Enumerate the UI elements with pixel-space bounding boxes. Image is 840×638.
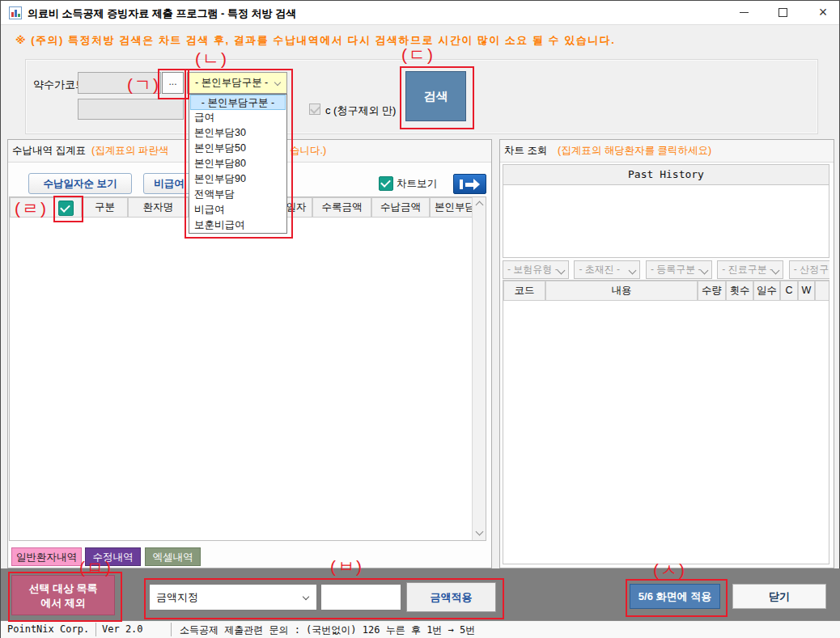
browse-button[interactable]: ... — [162, 72, 184, 94]
combobox-value: - 본인부담구분 - — [195, 77, 268, 88]
chevron-down-icon — [772, 267, 780, 275]
check-icon — [380, 177, 391, 188]
select-all-checkbox[interactable] — [58, 201, 74, 216]
chevron-down-icon — [700, 267, 708, 275]
chart-view-label: 차트보기 — [397, 177, 437, 191]
chart-filter-row: - 보험유형 - - 초재진 - - 등록구분 - - 진료구분 - - 산정구… — [503, 260, 829, 279]
filter-select-visit[interactable]: - 초재진 - — [574, 260, 640, 279]
col-blank — [815, 281, 829, 301]
dropdown-option[interactable]: 비급여 — [189, 202, 286, 218]
app-icon — [9, 6, 22, 19]
exclude-from-list-button[interactable]: 선택 대상 목록 에서 제외 — [11, 575, 115, 615]
tab-modified[interactable]: 수정내역 — [85, 547, 141, 566]
window-title: 의료비 소득공제 증빙자료 제출 프로그램 - 특정 처방 검색 — [28, 6, 296, 21]
bar-icon — [460, 180, 463, 189]
nonpay-button[interactable]: 비급여 — [143, 173, 195, 194]
status-help: 소득공제 제출관련 문의 : (국번없이) 126 누른 후 1번 → 5번 — [180, 623, 475, 637]
summary-table-body[interactable] — [10, 218, 472, 540]
close-dialog-button[interactable]: 닫기 — [732, 584, 826, 609]
vertical-scrollbar[interactable] — [472, 197, 486, 540]
status-version: Ver 2.0 — [102, 623, 143, 635]
burden-type-combobox[interactable]: - 본인부담구분 - — [187, 72, 287, 94]
dropdown-option-selected[interactable]: - 본인부담구분 - — [190, 95, 286, 110]
claim-exclude-label: c (청구제외 만) — [325, 104, 396, 118]
status-company: PointNix Corp. — [7, 623, 89, 635]
col-recorded-amount: 수록금액 — [312, 197, 371, 218]
close-button[interactable]: × — [804, 1, 840, 24]
chart-panel-title: 차트 조회 — [504, 144, 547, 158]
filter-select-insurance[interactable]: - 보험유형 - — [503, 260, 569, 279]
amount-type-select[interactable]: 금액지정 — [149, 584, 317, 611]
search-button[interactable]: 검색 — [405, 71, 466, 121]
chevron-down-icon — [274, 79, 281, 86]
col-days: 일수 — [753, 281, 780, 301]
col-code: 코드 — [503, 281, 545, 301]
col-c: C — [780, 281, 798, 301]
amount-apply-button[interactable]: 금액적용 — [406, 582, 496, 612]
filter-select-treatment[interactable]: - 진료구분 - — [717, 260, 783, 279]
title-bar: 의료비 소득공제 증빙자료 제출 프로그램 - 특정 처방 검색 × — [1, 1, 839, 25]
burden-type-dropdown-list: - 본인부담구분 - 급여 본인부담30 본인부담50 본인부담80 본인부담9… — [189, 94, 287, 234]
dropdown-option[interactable]: 급여 — [189, 110, 286, 125]
dropdown-option[interactable]: 전액부담 — [189, 187, 286, 202]
code-input-1[interactable] — [78, 72, 161, 94]
maximize-icon — [778, 8, 787, 17]
arrow-right-icon — [465, 183, 473, 187]
window: 의료비 소득공제 증빙자료 제출 프로그램 - 특정 처방 검색 × ※ (주의… — [0, 0, 840, 638]
close-icon: × — [819, 4, 828, 20]
prescription-table: 코드 내용 수량 횟수 일수 C W — [503, 280, 829, 564]
maximize-button[interactable] — [765, 1, 802, 24]
summary-table: 구분 환자명 일자 수록금액 수납금액 본인부담 — [9, 196, 486, 541]
dropdown-option[interactable]: 본인부담30 — [189, 125, 286, 141]
minimize-button[interactable] — [725, 1, 762, 24]
scroll-down-icon[interactable] — [476, 528, 484, 536]
chevron-down-icon — [558, 267, 566, 275]
dropdown-option[interactable]: 본인부담50 — [189, 141, 286, 156]
col-received-amount: 수납금액 — [371, 197, 430, 218]
chevron-down-icon — [303, 594, 309, 600]
summary-panel-subtitle-right: 습니다.) — [290, 144, 326, 158]
col-w: W — [798, 281, 815, 301]
code-input-2[interactable] — [78, 99, 184, 120]
minimize-icon — [740, 12, 749, 13]
amount-input[interactable] — [320, 584, 401, 611]
past-history-header: Past History — [503, 165, 829, 185]
arrow-head-icon — [473, 179, 480, 190]
past-history-body[interactable] — [503, 185, 829, 257]
chart-open-button[interactable] — [453, 174, 486, 194]
claim-exclude-checkbox[interactable] — [309, 104, 320, 115]
warning-text: ※ (주의) 특정처방 검색은 차트 검색 후, 결과를 수납내역에서 다시 검… — [15, 33, 615, 48]
summary-panel-title: 수납내역 집계표 — [12, 144, 86, 158]
chevron-down-icon — [629, 267, 637, 275]
summary-panel-subtitle-left: (집계표의 파란색 — [91, 144, 168, 158]
col-quantity: 수량 — [698, 281, 726, 301]
tab-general-patient[interactable]: 일반환자내역 — [11, 547, 82, 566]
status-divider — [171, 623, 172, 636]
dropdown-option[interactable]: 본인부담80 — [189, 156, 286, 171]
status-divider — [95, 623, 96, 636]
past-history-box: Past History — [503, 164, 829, 258]
filter-select-registration[interactable]: - 등록구분 - — [646, 260, 712, 279]
chart-view-checkbox[interactable] — [379, 176, 393, 191]
col-times: 횟수 — [726, 281, 753, 301]
dropdown-option[interactable]: 본인부담90 — [189, 171, 286, 187]
col-content: 내용 — [545, 281, 698, 301]
prescription-table-body[interactable] — [503, 301, 829, 564]
check-icon — [310, 104, 320, 114]
col-patient-name: 환자명 — [128, 197, 189, 218]
check-icon — [60, 202, 70, 213]
scroll-up-icon[interactable] — [476, 201, 484, 209]
filter-select-calculation[interactable]: - 산정구분 - — [789, 260, 829, 279]
dropdown-option[interactable]: 보훈비급여 — [189, 218, 286, 233]
tab-excel[interactable]: 엑셀내역 — [145, 547, 201, 566]
sort-by-date-button[interactable]: 수납일자순 보기 — [28, 173, 132, 194]
chart-panel-subtitle: (집계표의 해당환자를 클릭하세요) — [558, 144, 711, 158]
apply-screen-button[interactable]: 5/6 화면에 적용 — [630, 584, 720, 609]
col-gubun: 구분 — [82, 197, 128, 218]
